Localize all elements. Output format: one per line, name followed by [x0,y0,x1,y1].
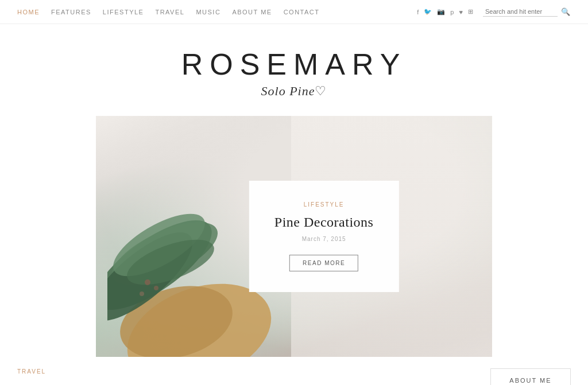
post-category: LIFESTYLE [274,201,374,208]
bottom-section: TRAVEL ABOUT ME [0,357,588,385]
rss-icon[interactable]: ⊞ [468,8,474,15]
svg-point-9 [140,291,144,296]
svg-point-7 [145,279,150,285]
nav-right: f 🐦 📷 p ♥ ⊞ 🔍 [417,7,571,17]
nav-features[interactable]: FEATURES [51,9,91,15]
subtitle-text: Solo Pine [261,84,315,98]
pinterest-icon[interactable]: p [450,9,454,15]
search-icon[interactable]: 🔍 [561,7,571,16]
site-subtitle: Solo Pine♡ [11,84,577,99]
read-more-button[interactable]: READ MORE [289,255,358,271]
nav-contact[interactable]: CONTACT [284,9,320,15]
hero-section: LIFESTYLE Pine Decorations March 7, 2015… [96,116,492,357]
about-me-box[interactable]: ABOUT ME [490,368,571,385]
travel-label: TRAVEL [17,368,46,375]
nav-music[interactable]: MUSIC [196,9,220,15]
search-input[interactable] [483,7,558,17]
nav-links: HOME FEATURES LIFESTYLE TRAVEL MUSIC ABO… [17,9,320,15]
search-bar: 🔍 [483,7,571,17]
hero-card: LIFESTYLE Pine Decorations March 7, 2015… [249,181,399,292]
nav-home[interactable]: HOME [17,9,40,15]
svg-point-8 [154,286,158,290]
nav-about[interactable]: ABOUT ME [232,9,272,15]
post-title: Pine Decorations [274,215,374,230]
main-nav: HOME FEATURES LIFESTYLE TRAVEL MUSIC ABO… [0,0,588,24]
social-icons: f 🐦 📷 p ♥ ⊞ [417,8,474,15]
nav-lifestyle[interactable]: LIFESTYLE [103,9,144,15]
facebook-icon[interactable]: f [417,9,419,15]
nav-travel[interactable]: TRAVEL [155,9,184,15]
heart-icon[interactable]: ♥ [459,9,463,15]
site-title: ROSEMARY [11,47,577,81]
twitter-icon[interactable]: 🐦 [424,8,432,15]
post-date: March 7, 2015 [274,236,374,242]
site-header: ROSEMARY Solo Pine♡ [0,24,588,116]
subtitle-heart: ♡ [315,84,327,98]
instagram-icon[interactable]: 📷 [437,8,446,15]
